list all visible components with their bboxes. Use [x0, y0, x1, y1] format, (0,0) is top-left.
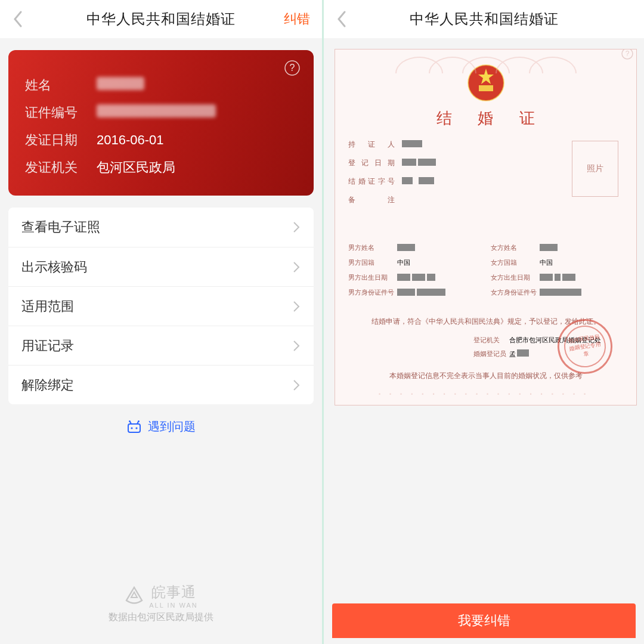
header-right: 中华人民共和国结婚证: [324, 0, 644, 38]
svg-point-3: [131, 427, 132, 429]
svg-point-6: [129, 420, 131, 422]
female-column: 女方姓名 女方国籍中国 女方出生日期 女方身份证件号: [491, 237, 624, 303]
right-pane: 中华人民共和国结婚证 ? 结 婚 证 照片 持 证 人 登记日期: [322, 0, 644, 644]
certificate-title: 结 婚 证: [359, 108, 623, 129]
left-pane: 中华人民共和国结婚证 纠错 ? 姓名 证件编号 发证日期 2016-06-01: [0, 0, 322, 644]
svg-rect-2: [128, 424, 140, 432]
registrar-label: 婚姻登记员: [473, 349, 509, 359]
pixelated-value: [397, 274, 410, 281]
pixelated-value: [562, 274, 575, 281]
registry-office-label: 登记机关: [473, 336, 509, 345]
photo-slot: 照片: [572, 141, 618, 197]
brand-en: ALL IN WAN: [149, 602, 198, 609]
national-emblem-icon: [348, 60, 623, 102]
card-row-authority: 发证机关 包河区民政局: [25, 159, 297, 177]
menu-label: 适用范围: [21, 298, 74, 315]
male-nation-value: 中国: [397, 258, 410, 267]
certificate-summary-card: ? 姓名 证件编号 发证日期 2016-06-01 发证机关 包河区民政局: [8, 50, 314, 196]
header-left: 中华人民共和国结婚证 纠错: [0, 0, 322, 38]
holder-info: 照片 持 证 人 登记日期 结婚证字号 备注: [348, 140, 623, 223]
male-nation-label: 男方国籍: [348, 258, 395, 267]
registry-block: 包河区民政局 婚姻登记专用章 登记机关合肥市包河区民政局婚姻登记处 婚姻登记员孟: [348, 336, 623, 359]
label-cert-no: 证件编号: [25, 104, 97, 122]
menu-view-ecert[interactable]: 查看电子证照: [8, 208, 314, 247]
brand: 皖事通 ALL IN WAN: [8, 583, 314, 609]
card-row-issue-date: 发证日期 2016-06-01: [25, 131, 297, 149]
menu-scope[interactable]: 适用范围: [8, 286, 314, 326]
field-reg-date-label: 登记日期: [348, 158, 395, 168]
pixelated-value: [397, 289, 415, 296]
help-icon[interactable]: ?: [621, 49, 634, 60]
female-id-label: 女方身份证件号: [491, 288, 537, 297]
robot-icon: [126, 420, 142, 434]
svg-rect-13: [479, 85, 493, 91]
label-name: 姓名: [25, 76, 97, 94]
pixelated-value: [419, 177, 434, 184]
help-icon: ?: [284, 60, 301, 76]
menu-show-verify-code[interactable]: 出示核验码: [8, 247, 314, 286]
back-button[interactable]: [332, 10, 351, 29]
pixelated-value: [412, 274, 425, 281]
svg-point-4: [135, 427, 137, 429]
chevron-right-icon: [292, 300, 301, 313]
female-dob-label: 女方出生日期: [491, 273, 537, 282]
page-title: 中华人民共和国结婚证: [410, 10, 559, 29]
pixelated-value: [397, 244, 415, 251]
menu-label: 查看电子证照: [21, 218, 100, 236]
left-footer: 皖事通 ALL IN WAN 数据由包河区民政局提供: [8, 578, 314, 632]
value-name-redacted: [97, 77, 144, 90]
problem-link[interactable]: 遇到问题: [8, 419, 314, 435]
male-column: 男方姓名 男方国籍中国 男方出生日期 男方身份证件号: [348, 237, 481, 303]
help-button[interactable]: ?: [284, 60, 301, 76]
registrar-value: 孟: [509, 351, 516, 358]
field-holder-label: 持 证 人: [348, 140, 395, 150]
pixelated-value: [540, 244, 558, 251]
pixelated-value: [402, 177, 413, 184]
chevron-right-icon: [292, 221, 301, 234]
chevron-right-icon: [292, 339, 301, 352]
action-list: 查看电子证照 出示核验码 适用范围 用证记录 解除绑定: [8, 208, 314, 404]
svg-point-8: [138, 420, 140, 422]
watermark: ····················: [335, 386, 636, 401]
brand-logo-icon: [124, 586, 144, 606]
report-error-button[interactable]: 我要纠错: [332, 603, 636, 638]
menu-label: 出示核验码: [21, 258, 87, 276]
value-authority: 包河区民政局: [97, 159, 175, 177]
seal-text: 包河区民政局 婚姻登记专用章: [561, 323, 608, 370]
svg-text:?: ?: [290, 63, 295, 73]
photo-label: 照片: [587, 163, 603, 174]
female-nation-value: 中国: [540, 258, 553, 267]
menu-label: 用证记录: [21, 337, 74, 355]
card-row-name: 姓名: [25, 76, 297, 94]
value-issue-date: 2016-06-01: [97, 132, 164, 148]
pixelated-value: [555, 274, 561, 281]
pixelated-value: [540, 289, 581, 296]
problem-label: 遇到问题: [148, 419, 196, 435]
pixelated-value: [540, 274, 553, 281]
field-cert-no-label: 结婚证字号: [348, 177, 395, 187]
female-name-label: 女方姓名: [491, 243, 537, 252]
pixelated-value: [427, 274, 435, 281]
back-button[interactable]: [8, 10, 27, 29]
chevron-right-icon: [292, 261, 301, 274]
pixelated-value: [417, 289, 445, 296]
value-cert-no-redacted: [97, 104, 216, 117]
data-source: 数据由包河区民政局提供: [8, 611, 314, 624]
certificate-document: ? 结 婚 证 照片 持 证 人 登记日期 结婚证字号 备注: [335, 49, 637, 405]
female-nation-label: 女方国籍: [491, 258, 537, 267]
menu-usage-records[interactable]: 用证记录: [8, 326, 314, 365]
menu-unbind[interactable]: 解除绑定: [8, 365, 314, 404]
chevron-right-icon: [292, 379, 301, 392]
correct-link[interactable]: 纠错: [284, 10, 310, 29]
chevron-left-icon: [13, 10, 23, 29]
field-remark-label: 备注: [348, 195, 395, 205]
chevron-left-icon: [336, 10, 347, 29]
pixelated-value: [402, 159, 416, 166]
male-name-label: 男方姓名: [348, 243, 395, 252]
label-issue-date: 发证日期: [25, 131, 97, 149]
male-id-label: 男方身份证件号: [348, 288, 395, 297]
page-title: 中华人民共和国结婚证: [86, 10, 236, 29]
menu-label: 解除绑定: [21, 376, 74, 394]
label-authority: 发证机关: [25, 159, 97, 177]
brand-zh: 皖事通: [149, 583, 198, 602]
